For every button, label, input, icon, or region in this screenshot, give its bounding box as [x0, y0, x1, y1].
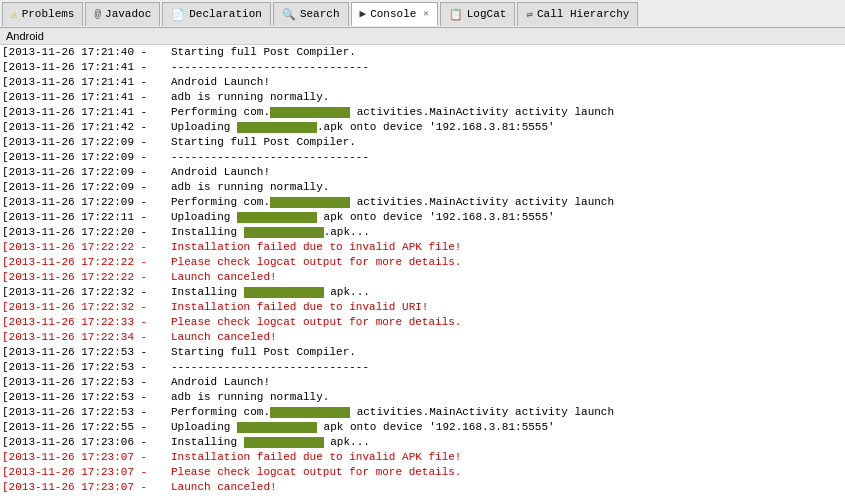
log-message: Installation failed due to invalid APK f…	[171, 240, 845, 255]
log-line-29: [2013-11-26 17:23:07 - Launch canceled!	[0, 480, 845, 495]
log-message: adb is running normally.	[171, 390, 845, 405]
tab-console[interactable]: ▶ Console ✕	[351, 2, 438, 26]
log-timestamp: [2013-11-26 17:22:20 -	[0, 225, 163, 240]
logcat-icon: 📋	[449, 8, 463, 21]
tab-problems-label: Problems	[22, 8, 75, 20]
log-timestamp: [2013-11-26 17:21:40 -	[0, 45, 163, 60]
log-line-15: [2013-11-26 17:22:22 - Launch canceled!	[0, 270, 845, 285]
log-timestamp: [2013-11-26 17:22:53 -	[0, 375, 163, 390]
log-line-17: [2013-11-26 17:22:32 - Installation fail…	[0, 300, 845, 315]
log-timestamp: [2013-11-26 17:22:09 -	[0, 135, 163, 150]
log-message: Launch canceled!	[171, 330, 845, 345]
log-line-24: [2013-11-26 17:22:53 - Performing com. a…	[0, 405, 845, 420]
tab-problems[interactable]: ⚠ Problems	[2, 2, 83, 26]
log-line-9: [2013-11-26 17:22:09 - adb is running no…	[0, 180, 845, 195]
log-message: Installation failed due to invalid APK f…	[171, 450, 845, 465]
log-line-20: [2013-11-26 17:22:53 - Starting full Pos…	[0, 345, 845, 360]
tab-logcat[interactable]: 📋 LogCat	[440, 2, 516, 26]
log-line-1: [2013-11-26 17:21:41 - -----------------…	[0, 60, 845, 75]
tab-javadoc[interactable]: @ Javadoc	[85, 2, 160, 26]
log-timestamp: [2013-11-26 17:22:11 -	[0, 210, 163, 225]
search-icon: 🔍	[282, 8, 296, 21]
redacted-block	[270, 197, 350, 208]
log-line-18: [2013-11-26 17:22:33 - Please check logc…	[0, 315, 845, 330]
log-message: Please check logcat output for more deta…	[171, 465, 845, 480]
log-line-8: [2013-11-26 17:22:09 - Android Launch!	[0, 165, 845, 180]
tab-javadoc-label: Javadoc	[105, 8, 151, 20]
log-timestamp: [2013-11-26 17:23:07 -	[0, 450, 163, 465]
log-line-13: [2013-11-26 17:22:22 - Installation fail…	[0, 240, 845, 255]
log-timestamp: [2013-11-26 17:22:53 -	[0, 405, 163, 420]
log-message: Installing .apk...	[171, 225, 845, 240]
log-message: ------------------------------	[171, 60, 845, 75]
tab-declaration[interactable]: 📄 Declaration	[162, 2, 271, 26]
log-timestamp: [2013-11-26 17:22:32 -	[0, 285, 163, 300]
declaration-icon: 📄	[171, 8, 185, 21]
log-message: ------------------------------	[171, 150, 845, 165]
log-line-14: [2013-11-26 17:22:22 - Please check logc…	[0, 255, 845, 270]
log-line-11: [2013-11-26 17:22:11 - Uploading apk ont…	[0, 210, 845, 225]
tab-declaration-label: Declaration	[189, 8, 262, 20]
redacted-block	[237, 122, 317, 133]
problems-icon: ⚠	[11, 8, 18, 21]
console-close-icon[interactable]: ✕	[423, 8, 428, 19]
tab-console-label: Console	[370, 8, 416, 20]
log-message: Please check logcat output for more deta…	[171, 255, 845, 270]
tab-callhierarchy-label: Call Hierarchy	[537, 8, 629, 20]
log-line-4: [2013-11-26 17:21:41 - Performing com. a…	[0, 105, 845, 120]
log-lines: [2013-11-26 17:21:40 - Starting full Pos…	[0, 45, 845, 495]
log-timestamp: [2013-11-26 17:22:34 -	[0, 330, 163, 345]
callhierarchy-icon: ⇌	[526, 8, 533, 21]
tab-callhierarchy[interactable]: ⇌ Call Hierarchy	[517, 2, 638, 26]
log-message: Starting full Post Compiler.	[171, 135, 845, 150]
log-scroll-area[interactable]: [2013-11-26 17:21:40 - Starting full Pos…	[0, 45, 845, 503]
log-message: Launch canceled!	[171, 270, 845, 285]
log-timestamp: [2013-11-26 17:22:09 -	[0, 150, 163, 165]
log-message: Uploading .apk onto device '192.168.3.81…	[171, 120, 845, 135]
log-line-3: [2013-11-26 17:21:41 - adb is running no…	[0, 90, 845, 105]
log-line-2: [2013-11-26 17:21:41 - Android Launch!	[0, 75, 845, 90]
redacted-block	[244, 437, 324, 448]
redacted-block	[244, 227, 324, 238]
console-label: Android	[0, 28, 845, 45]
tab-logcat-label: LogCat	[467, 8, 507, 20]
tab-bar: ⚠ Problems @ Javadoc 📄 Declaration 🔍 Sea…	[0, 0, 845, 28]
log-message: Installing apk...	[171, 285, 845, 300]
log-message: Starting full Post Compiler.	[171, 345, 845, 360]
javadoc-icon: @	[94, 8, 101, 20]
log-message: Performing com. activities.MainActivity …	[171, 105, 845, 120]
log-timestamp: [2013-11-26 17:22:55 -	[0, 420, 163, 435]
log-timestamp: [2013-11-26 17:22:32 -	[0, 300, 163, 315]
log-timestamp: [2013-11-26 17:21:41 -	[0, 90, 163, 105]
app-window: ⚠ Problems @ Javadoc 📄 Declaration 🔍 Sea…	[0, 0, 845, 503]
log-timestamp: [2013-11-26 17:23:07 -	[0, 480, 163, 495]
log-timestamp: [2013-11-26 17:22:33 -	[0, 315, 163, 330]
redacted-block	[244, 287, 324, 298]
log-message: Starting full Post Compiler.	[171, 45, 845, 60]
log-timestamp: [2013-11-26 17:22:09 -	[0, 195, 163, 210]
log-line-22: [2013-11-26 17:22:53 - Android Launch!	[0, 375, 845, 390]
log-line-16: [2013-11-26 17:22:32 - Installing apk...	[0, 285, 845, 300]
log-timestamp: [2013-11-26 17:22:53 -	[0, 390, 163, 405]
log-message: Please check logcat output for more deta…	[171, 315, 845, 330]
log-line-7: [2013-11-26 17:22:09 - -----------------…	[0, 150, 845, 165]
log-line-21: [2013-11-26 17:22:53 - -----------------…	[0, 360, 845, 375]
log-timestamp: [2013-11-26 17:23:07 -	[0, 465, 163, 480]
log-message: Installation failed due to invalid URI!	[171, 300, 845, 315]
log-message: adb is running normally.	[171, 90, 845, 105]
log-message: Performing com. activities.MainActivity …	[171, 405, 845, 420]
log-timestamp: [2013-11-26 17:22:53 -	[0, 345, 163, 360]
log-message: Android Launch!	[171, 165, 845, 180]
log-line-25: [2013-11-26 17:22:55 - Uploading apk ont…	[0, 420, 845, 435]
log-line-6: [2013-11-26 17:22:09 - Starting full Pos…	[0, 135, 845, 150]
redacted-block	[237, 212, 317, 223]
redacted-block	[270, 407, 350, 418]
log-timestamp: [2013-11-26 17:22:22 -	[0, 240, 163, 255]
log-message: adb is running normally.	[171, 180, 845, 195]
log-message: Uploading apk onto device '192.168.3.81:…	[171, 210, 845, 225]
log-timestamp: [2013-11-26 17:22:22 -	[0, 270, 163, 285]
log-line-27: [2013-11-26 17:23:07 - Installation fail…	[0, 450, 845, 465]
log-line-28: [2013-11-26 17:23:07 - Please check logc…	[0, 465, 845, 480]
tab-search[interactable]: 🔍 Search	[273, 2, 349, 26]
log-timestamp: [2013-11-26 17:22:09 -	[0, 165, 163, 180]
